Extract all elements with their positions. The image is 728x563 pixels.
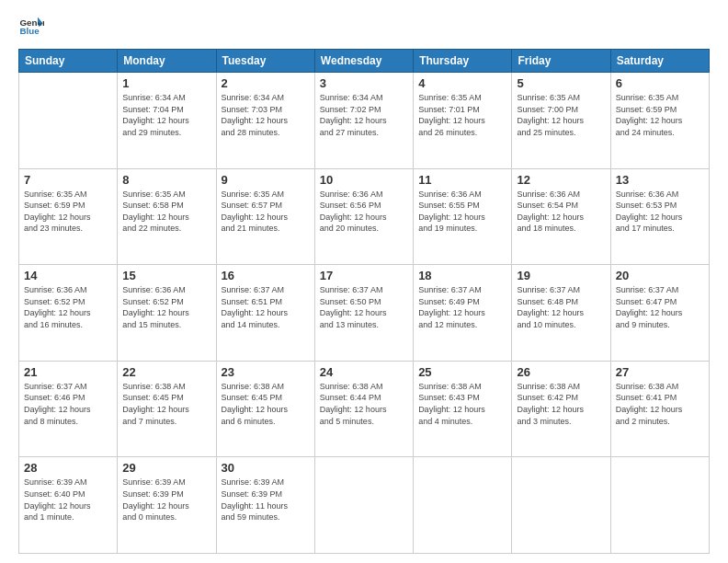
- cal-cell: 20Sunrise: 6:37 AM Sunset: 6:47 PM Dayli…: [610, 265, 709, 362]
- col-header-saturday: Saturday: [610, 50, 709, 73]
- cal-cell: 5Sunrise: 6:35 AM Sunset: 7:00 PM Daylig…: [512, 73, 610, 169]
- cal-cell: 15Sunrise: 6:36 AM Sunset: 6:52 PM Dayli…: [118, 265, 216, 362]
- cal-cell: 13Sunrise: 6:36 AM Sunset: 6:53 PM Dayli…: [610, 168, 709, 265]
- day-number: 1: [122, 76, 210, 90]
- cell-info: Sunrise: 6:36 AM Sunset: 6:54 PM Dayligh…: [517, 189, 605, 235]
- day-number: 6: [616, 76, 704, 90]
- day-number: 27: [616, 365, 704, 379]
- week-row-4: 21Sunrise: 6:37 AM Sunset: 6:46 PM Dayli…: [19, 361, 710, 457]
- cell-info: Sunrise: 6:37 AM Sunset: 6:47 PM Dayligh…: [616, 284, 704, 330]
- cal-cell: 18Sunrise: 6:37 AM Sunset: 6:49 PM Dayli…: [414, 265, 512, 362]
- cell-info: Sunrise: 6:39 AM Sunset: 6:39 PM Dayligh…: [122, 477, 210, 523]
- cell-info: Sunrise: 6:36 AM Sunset: 6:52 PM Dayligh…: [122, 284, 210, 330]
- svg-text:Blue: Blue: [19, 26, 40, 36]
- calendar-table: SundayMondayTuesdayWednesdayThursdayFrid…: [18, 49, 710, 554]
- cal-cell: 23Sunrise: 6:38 AM Sunset: 6:45 PM Dayli…: [216, 361, 314, 457]
- cal-cell: 30Sunrise: 6:39 AM Sunset: 6:39 PM Dayli…: [216, 457, 314, 554]
- cell-info: Sunrise: 6:36 AM Sunset: 6:56 PM Dayligh…: [320, 189, 408, 235]
- cal-cell: 29Sunrise: 6:39 AM Sunset: 6:39 PM Dayli…: [118, 457, 216, 554]
- day-number: 11: [418, 173, 506, 187]
- cell-info: Sunrise: 6:39 AM Sunset: 6:40 PM Dayligh…: [24, 477, 112, 523]
- cell-info: Sunrise: 6:35 AM Sunset: 6:59 PM Dayligh…: [24, 189, 112, 235]
- cell-info: Sunrise: 6:35 AM Sunset: 6:58 PM Dayligh…: [122, 189, 210, 235]
- day-number: 12: [517, 173, 605, 187]
- cell-info: Sunrise: 6:37 AM Sunset: 6:48 PM Dayligh…: [517, 284, 605, 330]
- day-number: 29: [122, 461, 210, 475]
- cell-info: Sunrise: 6:38 AM Sunset: 6:45 PM Dayligh…: [122, 381, 210, 427]
- cal-cell: [314, 457, 413, 554]
- cell-info: Sunrise: 6:37 AM Sunset: 6:50 PM Dayligh…: [320, 284, 408, 330]
- week-row-1: 1Sunrise: 6:34 AM Sunset: 7:04 PM Daylig…: [19, 73, 710, 169]
- cell-info: Sunrise: 6:37 AM Sunset: 6:46 PM Dayligh…: [24, 381, 112, 427]
- cell-info: Sunrise: 6:38 AM Sunset: 6:41 PM Dayligh…: [616, 381, 704, 427]
- page: General Blue SundayMondayTuesdayWednesda…: [0, 0, 728, 563]
- day-number: 24: [320, 365, 408, 379]
- day-number: 14: [24, 269, 112, 282]
- day-number: 2: [222, 76, 310, 90]
- logo-icon: General Blue: [18, 14, 44, 40]
- cal-cell: 12Sunrise: 6:36 AM Sunset: 6:54 PM Dayli…: [512, 168, 610, 265]
- col-header-sunday: Sunday: [19, 50, 118, 73]
- cal-cell: 9Sunrise: 6:35 AM Sunset: 6:57 PM Daylig…: [216, 168, 314, 265]
- cal-cell: [414, 457, 512, 554]
- cell-info: Sunrise: 6:35 AM Sunset: 6:59 PM Dayligh…: [616, 92, 704, 138]
- cal-cell: 3Sunrise: 6:34 AM Sunset: 7:02 PM Daylig…: [314, 73, 413, 169]
- col-header-monday: Monday: [118, 50, 216, 73]
- day-number: 26: [517, 365, 605, 379]
- cell-info: Sunrise: 6:34 AM Sunset: 7:03 PM Dayligh…: [222, 92, 310, 138]
- cal-cell: 10Sunrise: 6:36 AM Sunset: 6:56 PM Dayli…: [314, 168, 413, 265]
- day-number: 16: [222, 269, 310, 282]
- cal-cell: 2Sunrise: 6:34 AM Sunset: 7:03 PM Daylig…: [216, 73, 314, 169]
- cal-cell: 7Sunrise: 6:35 AM Sunset: 6:59 PM Daylig…: [19, 168, 118, 265]
- cal-cell: 14Sunrise: 6:36 AM Sunset: 6:52 PM Dayli…: [19, 265, 118, 362]
- day-number: 20: [616, 269, 704, 282]
- cell-info: Sunrise: 6:36 AM Sunset: 6:53 PM Dayligh…: [616, 189, 704, 235]
- day-number: 10: [320, 173, 408, 187]
- col-header-friday: Friday: [512, 50, 610, 73]
- cal-cell: 8Sunrise: 6:35 AM Sunset: 6:58 PM Daylig…: [118, 168, 216, 265]
- day-number: 4: [418, 76, 506, 90]
- cal-cell: 28Sunrise: 6:39 AM Sunset: 6:40 PM Dayli…: [19, 457, 118, 554]
- cal-cell: 11Sunrise: 6:36 AM Sunset: 6:55 PM Dayli…: [414, 168, 512, 265]
- day-number: 13: [616, 173, 704, 187]
- day-number: 3: [320, 76, 408, 90]
- cell-info: Sunrise: 6:38 AM Sunset: 6:42 PM Dayligh…: [517, 381, 605, 427]
- cell-info: Sunrise: 6:34 AM Sunset: 7:02 PM Dayligh…: [320, 92, 408, 138]
- cell-info: Sunrise: 6:36 AM Sunset: 6:52 PM Dayligh…: [24, 284, 112, 330]
- cal-cell: 16Sunrise: 6:37 AM Sunset: 6:51 PM Dayli…: [216, 265, 314, 362]
- week-row-2: 7Sunrise: 6:35 AM Sunset: 6:59 PM Daylig…: [19, 168, 710, 265]
- day-number: 5: [517, 76, 605, 90]
- day-number: 15: [122, 269, 210, 282]
- cell-info: Sunrise: 6:38 AM Sunset: 6:44 PM Dayligh…: [320, 381, 408, 427]
- cal-cell: [610, 457, 709, 554]
- cal-cell: 27Sunrise: 6:38 AM Sunset: 6:41 PM Dayli…: [610, 361, 709, 457]
- day-number: 30: [222, 461, 310, 475]
- cal-cell: 17Sunrise: 6:37 AM Sunset: 6:50 PM Dayli…: [314, 265, 413, 362]
- col-header-tuesday: Tuesday: [216, 50, 314, 73]
- cell-info: Sunrise: 6:37 AM Sunset: 6:51 PM Dayligh…: [222, 284, 310, 330]
- cell-info: Sunrise: 6:38 AM Sunset: 6:45 PM Dayligh…: [222, 381, 310, 427]
- cal-cell: 4Sunrise: 6:35 AM Sunset: 7:01 PM Daylig…: [414, 73, 512, 169]
- day-number: 23: [222, 365, 310, 379]
- cal-cell: 21Sunrise: 6:37 AM Sunset: 6:46 PM Dayli…: [19, 361, 118, 457]
- cell-info: Sunrise: 6:37 AM Sunset: 6:49 PM Dayligh…: [418, 284, 506, 330]
- cal-cell: 25Sunrise: 6:38 AM Sunset: 6:43 PM Dayli…: [414, 361, 512, 457]
- day-number: 17: [320, 269, 408, 282]
- col-header-wednesday: Wednesday: [314, 50, 413, 73]
- cal-cell: 26Sunrise: 6:38 AM Sunset: 6:42 PM Dayli…: [512, 361, 610, 457]
- day-number: 9: [222, 173, 310, 187]
- day-number: 22: [122, 365, 210, 379]
- cell-info: Sunrise: 6:35 AM Sunset: 7:01 PM Dayligh…: [418, 92, 506, 138]
- cell-info: Sunrise: 6:39 AM Sunset: 6:39 PM Dayligh…: [222, 477, 310, 523]
- cell-info: Sunrise: 6:36 AM Sunset: 6:55 PM Dayligh…: [418, 189, 506, 235]
- cal-cell: 19Sunrise: 6:37 AM Sunset: 6:48 PM Dayli…: [512, 265, 610, 362]
- day-number: 21: [24, 365, 112, 379]
- day-number: 19: [517, 269, 605, 282]
- cal-cell: 22Sunrise: 6:38 AM Sunset: 6:45 PM Dayli…: [118, 361, 216, 457]
- day-number: 8: [122, 173, 210, 187]
- day-number: 18: [418, 269, 506, 282]
- week-row-5: 28Sunrise: 6:39 AM Sunset: 6:40 PM Dayli…: [19, 457, 710, 554]
- cal-cell: 1Sunrise: 6:34 AM Sunset: 7:04 PM Daylig…: [118, 73, 216, 169]
- cell-info: Sunrise: 6:38 AM Sunset: 6:43 PM Dayligh…: [418, 381, 506, 427]
- cal-cell: 6Sunrise: 6:35 AM Sunset: 6:59 PM Daylig…: [610, 73, 709, 169]
